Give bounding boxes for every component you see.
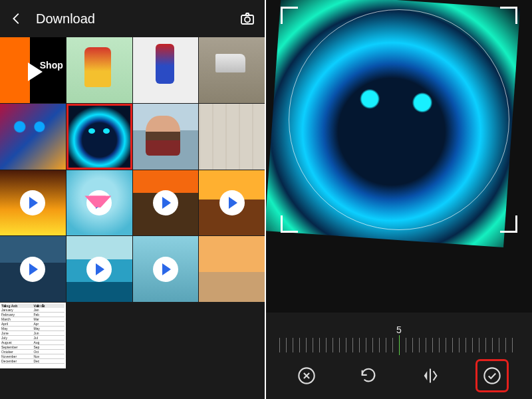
confirm-button[interactable]	[479, 362, 505, 389]
rotate-icon	[359, 366, 378, 385]
thumb-fire-hands[interactable]	[0, 170, 66, 236]
thumb-messi-portrait[interactable]	[133, 104, 199, 170]
thumbnail-grid: Shop Tiếng AnhViết tắt JanuaryJan Februa…	[0, 37, 265, 368]
play-icon	[153, 257, 178, 282]
thumb-mountain-lake[interactable]	[0, 236, 66, 302]
thumb-cleaver-knife[interactable]	[199, 37, 265, 103]
gallery-panel: Download Shop Tiếng AnhViết tắt JanuaryJ…	[0, 0, 266, 399]
thumb-fpt-shop[interactable]: Shop	[0, 37, 66, 103]
flip-button[interactable]	[417, 362, 444, 389]
ruler-ticks[interactable]	[279, 338, 519, 352]
gallery-header: Download	[0, 0, 265, 37]
thumb-sunset-road[interactable]	[199, 170, 265, 236]
svg-point-3	[484, 368, 499, 383]
close-circle-icon	[297, 366, 316, 385]
gallery-title: Download	[36, 11, 227, 27]
camera-icon[interactable]	[239, 11, 255, 27]
back-arrow-icon[interactable]	[9, 11, 24, 26]
rotate-button[interactable]	[355, 362, 382, 389]
crop-stage[interactable]	[266, 0, 532, 313]
rotation-ruler[interactable]: 5	[266, 313, 532, 352]
thumb-heart-water[interactable]	[66, 170, 132, 236]
play-icon	[219, 190, 245, 215]
crop-panel: 5	[266, 0, 532, 399]
thumb-spreadsheet[interactable]: Tiếng AnhViết tắt JanuaryJan FebruaryFeb…	[0, 303, 66, 368]
play-icon	[20, 257, 45, 282]
thumb-waterfall[interactable]	[133, 236, 199, 302]
flip-horizontal-icon	[421, 366, 440, 385]
play-icon	[86, 257, 112, 282]
thumb-ironman-figure[interactable]	[66, 37, 132, 103]
thumb-beach-sunset[interactable]	[199, 236, 265, 302]
svg-point-1	[245, 17, 250, 23]
check-circle-icon	[483, 366, 501, 385]
thumb-spiderman-figure[interactable]	[133, 37, 199, 103]
thumb-mossy-tree[interactable]	[133, 170, 199, 236]
ruler-center-indicator-icon	[399, 335, 400, 355]
thumb-blue-leopard[interactable]	[66, 104, 132, 170]
cancel-button[interactable]	[293, 362, 320, 389]
play-icon	[86, 190, 112, 215]
rotation-value: 5	[396, 325, 402, 335]
thumb-neon-cat[interactable]	[0, 104, 66, 170]
crop-toolbar	[266, 352, 532, 399]
thumb-paper-texture[interactable]	[199, 104, 265, 170]
crop-preview-image[interactable]	[266, 0, 520, 247]
play-icon	[153, 190, 178, 215]
thumb-ocean[interactable]	[66, 236, 132, 302]
play-icon	[20, 190, 45, 215]
